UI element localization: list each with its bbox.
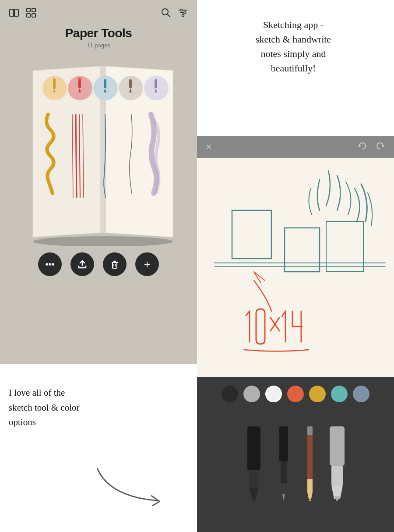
svg-line-33 (76, 114, 77, 198)
undo-button[interactable] (357, 141, 367, 153)
left-app-panel: Paper Tools 11 pages (0, 0, 197, 364)
app-title: Paper Tools (65, 26, 132, 40)
more-icon: ••• (45, 259, 54, 270)
svg-rect-52 (279, 426, 288, 461)
grid-icon[interactable] (26, 8, 36, 20)
svg-marker-43 (381, 145, 383, 147)
color-swatches-row (222, 386, 369, 402)
color-gray[interactable] (243, 386, 260, 402)
svg-rect-62 (331, 466, 343, 486)
annotation-arrow-svg (83, 465, 184, 513)
color-black[interactable] (222, 386, 238, 402)
sketch-panel: × (197, 136, 394, 377)
close-button[interactable]: × (206, 141, 212, 153)
svg-rect-56 (307, 426, 313, 435)
sketch-canvas[interactable] (197, 158, 394, 377)
upload-icon (77, 259, 87, 269)
svg-line-9 (167, 14, 170, 17)
export-button[interactable] (70, 252, 94, 276)
search-icon[interactable] (161, 8, 171, 20)
drawing-tools-row (242, 413, 349, 501)
svg-rect-61 (330, 426, 345, 466)
plus-icon: + (144, 259, 150, 270)
annotation-text-1: Sketching app -sketch & handwritenotes s… (256, 19, 331, 74)
delete-button[interactable] (103, 252, 127, 276)
svg-rect-46 (326, 221, 363, 272)
color-blue-gray[interactable] (353, 386, 369, 402)
svg-rect-37 (113, 262, 117, 268)
more-options-button[interactable]: ••• (38, 252, 62, 276)
svg-rect-44 (232, 210, 271, 259)
svg-rect-49 (247, 426, 260, 470)
bottom-annotation: I love all of the sketch tool & color op… (9, 386, 175, 430)
svg-rect-45 (285, 228, 320, 272)
tools-panel (197, 377, 394, 532)
svg-rect-58 (307, 479, 313, 492)
marker-tool[interactable] (242, 426, 266, 501)
svg-rect-4 (27, 8, 30, 12)
svg-rect-1 (14, 9, 18, 16)
svg-rect-18 (53, 78, 56, 89)
book-icon[interactable] (9, 8, 19, 20)
color-orange-red[interactable] (287, 386, 304, 402)
trash-icon (110, 259, 120, 269)
svg-rect-50 (249, 470, 259, 488)
svg-rect-0 (10, 9, 14, 16)
undo-redo-controls (357, 141, 385, 153)
svg-rect-28 (129, 79, 132, 88)
color-yellow[interactable] (309, 386, 326, 402)
book-illustration (20, 57, 177, 246)
add-button[interactable]: + (135, 252, 159, 276)
color-white[interactable] (265, 386, 282, 402)
annotation-text-2: I love all of the sketch tool & color op… (9, 387, 80, 427)
svg-rect-7 (32, 14, 35, 17)
svg-point-15 (182, 14, 184, 17)
marker-tool-2[interactable] (325, 426, 349, 501)
svg-rect-31 (155, 79, 157, 88)
svg-point-14 (184, 12, 186, 14)
top-navigation (0, 0, 197, 24)
svg-rect-5 (32, 8, 35, 12)
svg-point-16 (33, 236, 173, 246)
svg-rect-23 (78, 78, 81, 81)
action-buttons-row: ••• + (38, 252, 159, 276)
redo-button[interactable] (376, 141, 385, 153)
app-subtitle: 11 pages (87, 42, 110, 49)
top-bar-left-icons (9, 8, 36, 20)
fountain-pen-tool[interactable] (273, 426, 295, 501)
sketch-drawing-svg (197, 158, 394, 377)
svg-rect-25 (104, 79, 106, 88)
svg-rect-57 (307, 435, 313, 479)
svg-marker-51 (249, 488, 259, 501)
sketch-toolbar: × (197, 136, 394, 158)
top-annotation: Sketching app -sketch & handwritenotes s… (201, 9, 385, 84)
top-bar-right-icons (161, 8, 188, 20)
pencil-tool[interactable] (301, 426, 319, 501)
book-svg (20, 57, 186, 246)
svg-point-13 (180, 9, 183, 11)
svg-rect-6 (27, 14, 30, 17)
svg-rect-53 (281, 461, 287, 483)
svg-point-8 (162, 9, 168, 15)
svg-marker-42 (359, 145, 361, 147)
filter-icon[interactable] (178, 8, 188, 20)
color-teal[interactable] (331, 386, 348, 402)
